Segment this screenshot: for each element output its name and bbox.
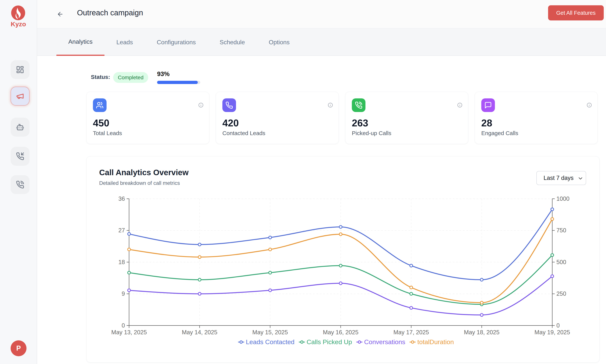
svg-text:250: 250 — [556, 290, 566, 297]
svg-text:May 14, 2025: May 14, 2025 — [182, 329, 217, 336]
svg-text:0: 0 — [556, 322, 560, 329]
svg-text:May 16, 2025: May 16, 2025 — [323, 329, 358, 336]
svg-text:May 19, 2025: May 19, 2025 — [534, 329, 570, 336]
svg-text:May 18, 2025: May 18, 2025 — [464, 329, 500, 336]
svg-text:May 17, 2025: May 17, 2025 — [394, 329, 429, 336]
svg-text:9: 9 — [122, 290, 125, 297]
svg-text:500: 500 — [556, 259, 566, 265]
svg-text:0: 0 — [122, 322, 125, 329]
svg-text:750: 750 — [556, 227, 566, 234]
svg-text:1000: 1000 — [556, 195, 569, 202]
svg-text:18: 18 — [119, 259, 125, 265]
svg-text:36: 36 — [119, 195, 125, 202]
svg-text:May 13, 2025: May 13, 2025 — [111, 329, 147, 336]
svg-text:May 15, 2025: May 15, 2025 — [252, 329, 288, 336]
svg-text:27: 27 — [119, 227, 125, 234]
